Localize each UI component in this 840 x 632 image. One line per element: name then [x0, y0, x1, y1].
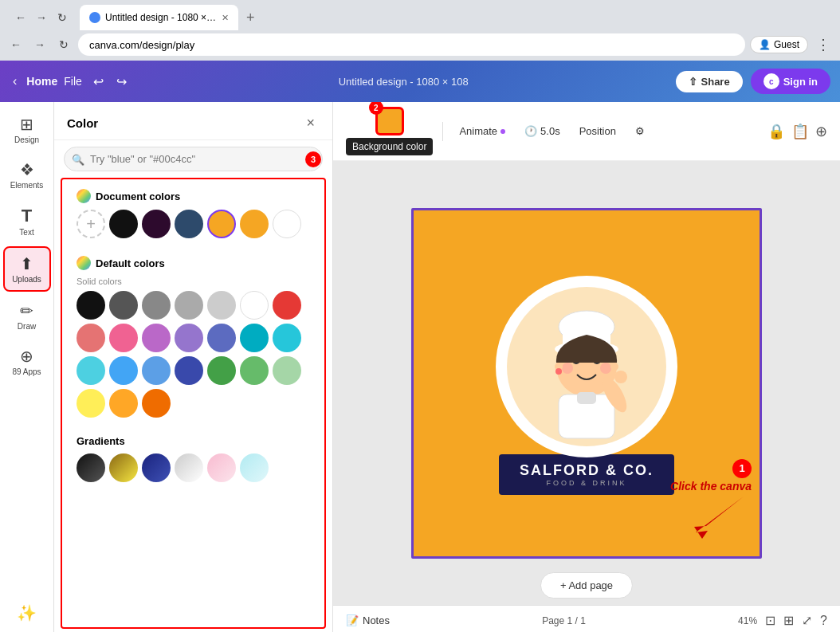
- sidebar-item-magic[interactable]: ✨: [3, 597, 51, 629]
- swatch-amber[interactable]: [109, 389, 138, 418]
- browser-menu-button[interactable]: ⋮: [813, 36, 834, 53]
- swatch-6[interactable]: [240, 291, 269, 320]
- tab-close-button[interactable]: ✕: [222, 13, 229, 23]
- swatch-4[interactable]: [175, 291, 203, 320]
- redo-button[interactable]: ↪: [112, 71, 131, 92]
- help-button[interactable]: ?: [820, 614, 827, 628]
- swatch-orange-outlined[interactable]: [207, 210, 236, 238]
- grid-view-button[interactable]: ⊞: [783, 613, 794, 628]
- swatch-dark-purple[interactable]: [142, 210, 171, 238]
- home-button[interactable]: Home: [26, 75, 57, 88]
- default-colors-title: Default colors: [77, 256, 310, 270]
- share-icon: ⇧: [689, 76, 697, 88]
- color-panel-close-button[interactable]: ×: [301, 113, 320, 133]
- swatch-black[interactable]: [109, 210, 138, 238]
- duration-button[interactable]: 🕐 5.0s: [518, 122, 567, 140]
- browser-refresh[interactable]: ↻: [54, 35, 73, 54]
- position-button[interactable]: Position: [573, 122, 622, 140]
- forward-button[interactable]: →: [32, 8, 51, 27]
- step1-badge: 1: [732, 459, 752, 478]
- gradient-3[interactable]: [142, 453, 171, 482]
- swatch-dark-indigo[interactable]: [175, 356, 203, 385]
- signin-button[interactable]: c Sign in: [751, 69, 830, 94]
- chef-illustration: [491, 271, 682, 462]
- swatch-purple[interactable]: [175, 324, 203, 352]
- back-to-home-button[interactable]: ‹: [10, 71, 20, 92]
- refresh-button[interactable]: ↻: [53, 8, 72, 27]
- new-tab-button[interactable]: +: [241, 8, 260, 28]
- animate-button[interactable]: Animate: [453, 122, 512, 140]
- swatch-cyan[interactable]: [273, 324, 301, 352]
- sidebar-item-uploads[interactable]: ⬆ Uploads: [3, 246, 51, 292]
- design-canvas[interactable]: SALFORD & CO. FOOD & DRINK 1 Click the c…: [411, 208, 762, 559]
- back-button[interactable]: ←: [11, 8, 30, 27]
- swatch-pink[interactable]: [109, 324, 138, 352]
- swatch-blue[interactable]: [109, 356, 138, 385]
- swatch-teal[interactable]: [240, 324, 269, 352]
- notes-button[interactable]: 📝 Notes: [346, 614, 390, 626]
- step1-arrow: [688, 493, 752, 540]
- gradient-5[interactable]: [207, 453, 236, 482]
- undo-redo-group: ↩ ↪: [88, 71, 131, 92]
- add-color-button[interactable]: +: [77, 210, 105, 238]
- default-colors-section: Default colors Solid colors: [65, 249, 321, 429]
- swatch-2[interactable]: [109, 291, 138, 320]
- lock-button[interactable]: 🔒: [767, 123, 785, 140]
- document-colors-section: Document colors +: [65, 183, 321, 249]
- status-right: 41% ⊡ ⊞ ⤢ ?: [738, 613, 827, 628]
- sidebar-item-apps[interactable]: ⊕ 89 Apps: [3, 340, 51, 383]
- swatch-green[interactable]: [207, 356, 236, 385]
- swatch-light-green[interactable]: [240, 356, 269, 385]
- sidebar-item-elements[interactable]: ❖ Elements: [3, 154, 51, 196]
- swatch-deep-orange[interactable]: [142, 389, 171, 418]
- swatch-light-red[interactable]: [77, 324, 105, 352]
- swatch-5[interactable]: [207, 291, 236, 320]
- swatch-light-cyan[interactable]: [77, 356, 105, 385]
- gradient-4[interactable]: [175, 453, 203, 482]
- main-content: ⊞ Design ❖ Elements T Text ⬆ Uploads ✏ D…: [0, 102, 840, 632]
- sidebar-item-draw[interactable]: ✏ Draw: [3, 295, 51, 337]
- color-search-input[interactable]: [64, 147, 323, 171]
- address-bar[interactable]: [78, 33, 745, 56]
- tab-favicon: [89, 12, 100, 23]
- swatch-3[interactable]: [142, 291, 171, 320]
- swatch-yellow[interactable]: [77, 389, 105, 418]
- swatch-pale-green[interactable]: [273, 356, 301, 385]
- swatch-dark-blue[interactable]: [175, 210, 203, 238]
- swatch-white[interactable]: [273, 210, 301, 238]
- fullscreen-button[interactable]: ⤢: [802, 613, 812, 628]
- gradient-2[interactable]: [109, 453, 138, 482]
- copy-button[interactable]: 📋: [791, 123, 809, 140]
- status-bar: 📝 Notes Page 1 / 1 41% ⊡ ⊞ ⤢ ?: [333, 605, 840, 632]
- sidebar-item-design[interactable]: ⊞ Design: [3, 108, 51, 151]
- fit-screen-button[interactable]: ⊡: [765, 613, 775, 628]
- sidebar-label-uploads: Uploads: [12, 275, 41, 284]
- settings-button[interactable]: ⚙: [629, 122, 651, 140]
- browser-forward[interactable]: →: [30, 35, 49, 54]
- browser-tab[interactable]: Untitled design - 1080 × 108 ✕: [80, 5, 238, 30]
- document-colors-grid: +: [77, 210, 310, 238]
- swatch-red[interactable]: [273, 291, 301, 320]
- swatch-orange[interactable]: [240, 210, 269, 238]
- draw-icon: ✏: [20, 301, 33, 320]
- solid-colors-label: Solid colors: [77, 277, 310, 286]
- signin-label: Sign in: [783, 76, 818, 88]
- swatch-indigo[interactable]: [207, 324, 236, 352]
- sidebar-item-text[interactable]: T Text: [3, 199, 51, 243]
- animate-label: Animate: [459, 125, 497, 137]
- design-canvas-wrapper[interactable]: SALFORD & CO. FOOD & DRINK 1 Click the c…: [333, 161, 840, 605]
- swatch-mid-blue[interactable]: [142, 356, 171, 385]
- file-button[interactable]: File: [64, 75, 82, 88]
- swatch-light-purple[interactable]: [142, 324, 171, 352]
- gradient-6[interactable]: [240, 453, 269, 482]
- expand-button[interactable]: ⊕: [815, 123, 827, 140]
- bg-color-container: 2 Background color: [346, 107, 433, 155]
- swatch-1[interactable]: [77, 291, 105, 320]
- gradient-1[interactable]: [77, 453, 105, 482]
- add-page-button[interactable]: + Add page: [540, 572, 633, 599]
- profile-button[interactable]: 👤 Guest: [750, 36, 808, 53]
- browser-back[interactable]: ←: [6, 35, 26, 54]
- undo-button[interactable]: ↩: [88, 71, 108, 92]
- share-button[interactable]: ⇧ Share: [676, 71, 743, 92]
- sidebar-label-draw: Draw: [18, 322, 36, 331]
